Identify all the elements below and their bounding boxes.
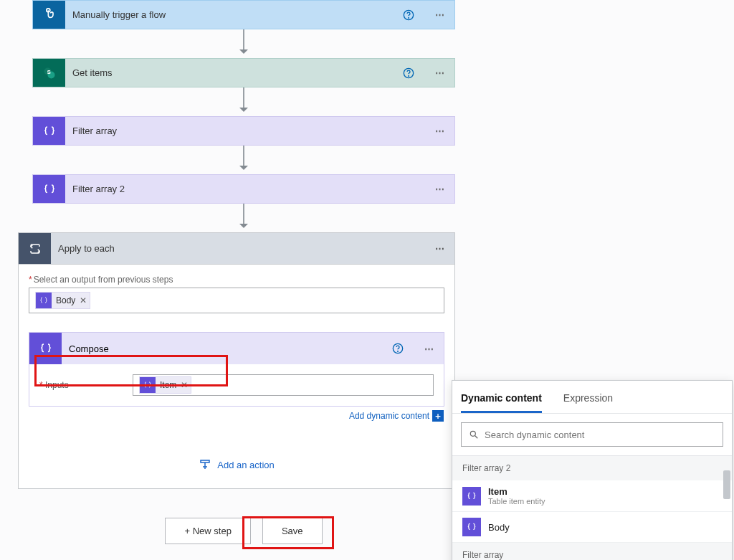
- popup-item-body[interactable]: Body: [452, 512, 732, 543]
- add-dynamic-content-link[interactable]: Add dynamic content＋: [349, 410, 444, 422]
- compose-card: Compose ⋯ * Inputs: [29, 332, 444, 407]
- sharepoint-icon: S: [33, 59, 65, 87]
- popup-tabs: Dynamic content Expression: [452, 381, 732, 414]
- dynamic-content-popup: Dynamic content Expression Filter array …: [452, 380, 733, 560]
- braces-icon: [462, 487, 481, 506]
- step-trigger[interactable]: Manually trigger a flow ⋯: [32, 0, 455, 29]
- step-get-items-title: Get items: [65, 67, 403, 78]
- help-icon[interactable]: [403, 67, 426, 79]
- tab-expression[interactable]: Expression: [563, 392, 613, 413]
- select-output-input[interactable]: Body ✕: [29, 288, 444, 313]
- step-filter-title: Filter array: [65, 125, 403, 136]
- popup-item-sub: Table item entity: [488, 497, 545, 506]
- new-step-button[interactable]: + New step: [165, 518, 250, 544]
- connector-arrow: [32, 87, 455, 116]
- plus-icon: ＋: [432, 410, 444, 422]
- compose-inputs-field[interactable]: Item ✕: [133, 374, 434, 396]
- token-body[interactable]: Body ✕: [35, 292, 90, 309]
- step-filter2-title: Filter array 2: [65, 184, 403, 194]
- step-trigger-title: Manually trigger a flow: [65, 9, 403, 20]
- save-button[interactable]: Save: [262, 518, 323, 544]
- apply-menu-icon[interactable]: ⋯: [426, 243, 454, 254]
- popup-section-filter1: Filter array: [452, 543, 732, 560]
- connector-arrow: [32, 146, 455, 174]
- svg-rect-10: [201, 460, 209, 462]
- hand-tap-icon: [33, 1, 65, 29]
- svg-text:S: S: [47, 68, 50, 75]
- svg-point-7: [409, 75, 409, 76]
- step-filter-array-2[interactable]: Filter array 2 ? ⋯: [32, 174, 455, 204]
- connector-arrow: [32, 29, 455, 58]
- help-icon[interactable]: [392, 343, 415, 354]
- select-output-label: *Select an output from previous steps: [29, 275, 444, 285]
- popup-item-name: Body: [488, 522, 510, 533]
- scrollbar-thumb[interactable]: [723, 470, 730, 499]
- token-remove-icon[interactable]: ✕: [181, 380, 188, 390]
- apply-to-each-panel: Apply to each ⋯ *Select an output from p…: [18, 232, 455, 489]
- token-remove-icon[interactable]: ✕: [80, 295, 87, 305]
- loop-icon: [19, 233, 51, 264]
- popup-scroll[interactable]: Filter array 2 Item Table item entity Bo…: [452, 455, 732, 560]
- inputs-label: * Inputs: [39, 380, 133, 390]
- search-dynamic-content[interactable]: [461, 422, 723, 447]
- add-action-link[interactable]: Add an action: [29, 458, 444, 471]
- braces-icon: [33, 117, 65, 145]
- help-icon[interactable]: [403, 9, 426, 21]
- popup-item-item[interactable]: Item Table item entity: [452, 480, 732, 512]
- step-menu-icon[interactable]: ⋯: [426, 184, 454, 194]
- svg-line-14: [475, 436, 478, 439]
- step-menu-icon[interactable]: ⋯: [426, 125, 454, 136]
- search-input[interactable]: [485, 430, 715, 440]
- step-get-items[interactable]: S Get items ⋯: [32, 58, 455, 87]
- step-menu-icon[interactable]: ⋯: [426, 9, 454, 20]
- step-menu-icon[interactable]: ⋯: [426, 67, 454, 78]
- search-icon: [469, 430, 479, 440]
- popup-item-name: Item: [488, 486, 545, 497]
- apply-title: Apply to each: [51, 243, 426, 254]
- popup-section-filter2: Filter array 2: [452, 456, 732, 480]
- connector-arrow: [32, 204, 455, 232]
- braces-icon: [462, 518, 481, 536]
- step-filter-array[interactable]: Filter array ? ⋯: [32, 116, 455, 146]
- compose-title: Compose: [62, 343, 392, 354]
- tab-dynamic-content[interactable]: Dynamic content: [461, 392, 542, 413]
- add-action-icon: [199, 458, 211, 471]
- svg-point-2: [409, 17, 409, 18]
- braces-icon: [33, 175, 65, 203]
- footer-buttons: + New step Save: [0, 518, 487, 544]
- svg-point-13: [470, 431, 475, 436]
- token-item[interactable]: Item ✕: [139, 376, 191, 394]
- token-body-label: Body: [56, 295, 75, 305]
- braces-icon: [36, 293, 52, 308]
- compose-header[interactable]: Compose ⋯: [29, 333, 444, 364]
- svg-point-9: [398, 351, 399, 352]
- apply-header[interactable]: Apply to each ⋯: [19, 233, 454, 265]
- token-item-label: Item: [160, 380, 176, 390]
- braces-icon: [29, 333, 62, 364]
- compose-menu-icon[interactable]: ⋯: [415, 343, 444, 354]
- braces-icon: [140, 377, 156, 393]
